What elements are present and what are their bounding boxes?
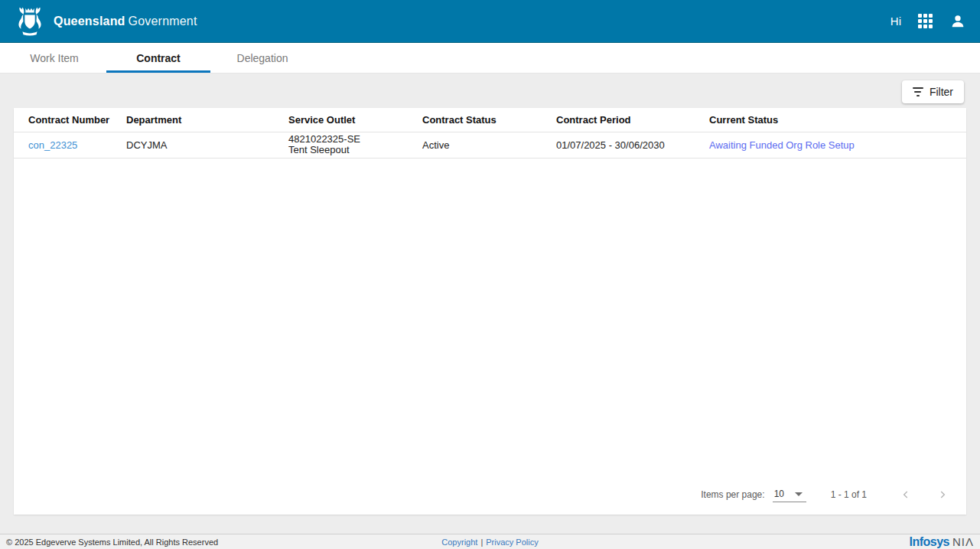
col-contract-status: Contract Status <box>422 108 556 132</box>
col-contract-period: Contract Period <box>556 108 709 132</box>
filter-button[interactable]: Filter <box>902 80 964 103</box>
tab-bar: Work Item Contract Delegation <box>0 43 980 74</box>
contracts-table-card: Contract Number Department Service Outle… <box>14 108 966 515</box>
paginator: Items per page: 10 1 - 1 of 1 <box>14 475 966 515</box>
page-range-label: 1 - 1 of 1 <box>831 489 867 500</box>
contract-number-link[interactable]: con_22325 <box>28 139 77 151</box>
footer-link-separator: | <box>480 538 483 547</box>
tab-work-item[interactable]: Work Item <box>2 43 106 73</box>
col-current-status: Current Status <box>709 108 966 132</box>
table-header-row: Contract Number Department Service Outle… <box>14 108 966 132</box>
brand-government: Government <box>129 15 197 28</box>
chevron-right-icon <box>937 489 948 500</box>
filter-button-label: Filter <box>930 86 953 98</box>
tab-delegation[interactable]: Delegation <box>210 43 314 73</box>
infosys-logo-text: Infosys <box>909 535 949 549</box>
privacy-policy-link[interactable]: Privacy Policy <box>486 538 538 547</box>
qld-gov-logo: QueenslandGovernment <box>14 5 197 38</box>
infosys-nia-logo: Infosys NIΛ <box>901 535 974 549</box>
service-outlet-name: Tent Sleepout <box>288 145 416 155</box>
coat-of-arms-icon <box>14 5 46 38</box>
current-status-link[interactable]: Awaiting Funded Org Role Setup <box>709 139 855 151</box>
service-outlet-cell: 4821022325-SE Tent Sleepout <box>288 134 416 155</box>
contracts-table: Contract Number Department Service Outle… <box>14 108 966 158</box>
brand-queensland: Queensland <box>54 15 125 28</box>
items-per-page-value: 10 <box>774 489 784 499</box>
items-per-page-label: Items per page: <box>701 489 764 500</box>
chevron-down-icon <box>795 492 803 496</box>
department-cell: DCYJMA <box>126 132 288 158</box>
chevron-left-icon <box>900 489 911 500</box>
apps-grid-icon[interactable] <box>918 14 933 28</box>
user-profile-icon[interactable] <box>949 13 966 30</box>
table-empty-area <box>14 158 966 475</box>
items-per-page-select[interactable]: 10 <box>773 487 806 502</box>
app-header: QueenslandGovernment Hi <box>0 0 980 43</box>
col-department: Department <box>126 108 288 132</box>
contract-period-cell: 01/07/2025 - 30/06/2030 <box>556 132 709 158</box>
service-outlet-code: 4821022325-SE <box>288 134 416 145</box>
main-content: Filter Contract Number Department Servic… <box>0 74 980 534</box>
next-page-button[interactable] <box>930 489 956 500</box>
filter-icon <box>913 87 923 96</box>
col-contract-number: Contract Number <box>14 108 126 132</box>
previous-page-button[interactable] <box>893 489 919 500</box>
brand-title: QueenslandGovernment <box>54 15 197 28</box>
tab-contract[interactable]: Contract <box>106 43 210 73</box>
nia-logo-text: NIΛ <box>952 535 974 548</box>
col-service-outlet: Service Outlet <box>288 108 422 132</box>
contract-status-cell: Active <box>422 132 556 158</box>
footer-links: Copyright|Privacy Policy <box>0 538 980 547</box>
page-footer: © 2025 Edgeverve Systems Limited, All Ri… <box>0 534 980 549</box>
copyright-link[interactable]: Copyright <box>441 538 477 547</box>
user-greeting: Hi <box>890 15 901 28</box>
table-row: con_22325 DCYJMA 4821022325-SE Tent Slee… <box>14 132 966 158</box>
